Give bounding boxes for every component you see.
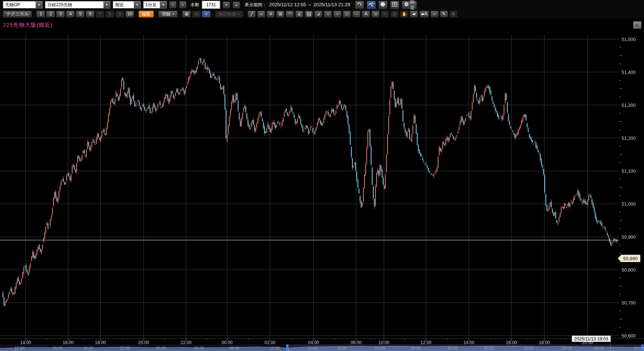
fib-fan-icon: ∠ xyxy=(297,12,301,16)
svg-text:50,600: 50,600 xyxy=(622,333,636,339)
navigator-time-label: 21:00 xyxy=(375,346,385,350)
instrument-select[interactable]: 日経225先物 ▼ xyxy=(45,1,110,8)
chart-slot-8-button[interactable]: 8 xyxy=(106,11,114,18)
open-window-button[interactable] xyxy=(390,1,399,9)
timeframe-value: 1分足 xyxy=(144,2,160,8)
adjusted-price-select[interactable]: 修正株価 ▼ xyxy=(215,11,243,18)
chart-slot-5-button[interactable]: 5 xyxy=(76,11,85,18)
next-button[interactable]: › xyxy=(179,1,186,8)
parallel-lines-icon: ≡ xyxy=(270,12,272,16)
zoom-in-icon: ⊕ xyxy=(184,11,189,16)
svg-text:00:00: 00:00 xyxy=(222,340,233,345)
navigator-time-label: 03:00 xyxy=(448,346,458,350)
print-button[interactable] xyxy=(378,1,388,9)
timeframe-select[interactable]: 1分足 ▼ xyxy=(143,1,167,8)
eraser-all-icon: ▰A xyxy=(421,12,427,16)
tool-settings-icon: ✱ xyxy=(451,12,455,16)
eraser-icon: ▰ xyxy=(412,12,416,16)
eraser-button[interactable]: ▰ xyxy=(410,11,418,18)
instrument-value: 日経225先物 xyxy=(45,2,103,8)
navigator-left-handle[interactable] xyxy=(286,344,288,351)
hand-move-button[interactable]: ✋ xyxy=(400,11,408,18)
navigator-time-label: 18:00 xyxy=(593,346,604,350)
period-label: 表示期間： xyxy=(245,2,267,8)
svg-text:18:00: 18:00 xyxy=(539,340,550,345)
navigator-time-label: 06:00 xyxy=(229,346,240,350)
technical-button[interactable]: テクニカル xyxy=(3,11,32,18)
chart-slot-10-button[interactable]: 10 xyxy=(125,11,134,18)
magnet-button[interactable]: ∩ xyxy=(430,11,438,18)
chart-slot-2-button[interactable]: 2 xyxy=(46,11,55,18)
settings-button[interactable]: 設定 xyxy=(402,1,417,9)
navigator-time-label: 18:00 xyxy=(337,346,347,350)
parallel-lines-button[interactable]: ≡ xyxy=(267,11,275,18)
magnet-icon: ∩ xyxy=(433,12,436,16)
fib-fan-button[interactable]: ∠ xyxy=(295,11,303,18)
bars-spin-up-button[interactable]: ▲ xyxy=(233,1,240,8)
popup-window-icon xyxy=(392,1,397,8)
eraser-all-button[interactable]: ▰A xyxy=(419,11,429,18)
chart-slot-6-button[interactable]: 6 xyxy=(86,11,95,18)
tool-settings-button[interactable]: ✱ xyxy=(449,11,458,18)
navigator-time-label: 18:00 xyxy=(83,346,93,350)
pentagon-button[interactable]: ⌂ xyxy=(324,11,332,18)
chevron-down-icon: ▼ xyxy=(172,13,174,15)
bars-spin-down-button[interactable]: ▼ xyxy=(223,1,230,8)
svg-text:18:00: 18:00 xyxy=(95,340,106,345)
fib-timezone-button[interactable]: ∥∥ xyxy=(305,11,313,18)
ruler-button[interactable]: ▱ xyxy=(257,11,265,18)
copy-drawing-button[interactable]: ⊞ xyxy=(391,11,399,18)
horizontal-line-button[interactable]: ─ xyxy=(352,11,360,18)
chart-slot-1-button[interactable]: 1 xyxy=(36,11,45,18)
collapse-axis-button[interactable]: ◄▏ xyxy=(633,21,641,29)
ellipse-button[interactable]: ○ xyxy=(333,11,341,18)
register-button[interactable]: 登録 ▼ xyxy=(158,11,178,18)
edit-button[interactable]: 編集 xyxy=(138,11,154,18)
chevron-down-icon: ▼ xyxy=(237,13,240,15)
adjusted-price-label: 修正株価 xyxy=(218,11,236,17)
time-rotation-button[interactable]: ↻ xyxy=(381,11,389,18)
svg-text:16:00: 16:00 xyxy=(506,340,517,345)
icon-stamp-button[interactable]: ☺ xyxy=(371,11,380,18)
svg-text:20:00: 20:00 xyxy=(138,340,149,345)
zoom-in-button[interactable]: ⊕ xyxy=(182,11,191,18)
navigator-time-label: 21:00 xyxy=(120,346,130,350)
lock-edit-button[interactable]: ✎ xyxy=(440,11,448,18)
zoom-out-button[interactable]: ⊖ xyxy=(192,11,201,18)
zoom-out-icon: ⊖ xyxy=(194,11,199,16)
bars-count-input[interactable] xyxy=(202,1,220,9)
instrument-type-select[interactable]: 先物OP ▼ xyxy=(3,1,42,8)
crosshair-button[interactable]: ＋ xyxy=(202,11,211,18)
contract-month-value: 期近 xyxy=(113,2,134,8)
navigator-time-label: 06:00 xyxy=(484,346,494,350)
draw-tool-buttons: ╱▱≡≣◠∠∥∥⊿⌂○□─A☺↻⊞✋▰▰A∩✎✱ xyxy=(248,11,457,18)
svg-text:16:00: 16:00 xyxy=(63,340,74,345)
fib-retracement-button[interactable]: ≣ xyxy=(276,11,284,18)
price-chart: 51,50051,40051,30051,20051,10051,00050,9… xyxy=(0,18,644,351)
text-button[interactable]: A xyxy=(362,11,370,18)
ruler-icon: ▱ xyxy=(260,12,263,16)
chart-slot-9-button[interactable]: 9 xyxy=(115,11,124,18)
crosshair-icon: ＋ xyxy=(204,11,209,17)
undo-button[interactable] xyxy=(355,1,364,9)
crosshair-mode-button[interactable] xyxy=(367,1,376,9)
contract-month-select[interactable]: 期近 ▼ xyxy=(113,1,141,8)
navigator-time-label: 03:00 xyxy=(194,346,204,350)
chart-slot-4-button[interactable]: 4 xyxy=(66,11,75,18)
chart-slot-3-button[interactable]: 3 xyxy=(56,11,65,18)
trendline-button[interactable]: ╱ xyxy=(248,11,256,18)
prev-button[interactable]: ‹ xyxy=(169,1,177,8)
navigator-time-label: 15:00 xyxy=(562,346,572,350)
chart-slot-7-button[interactable]: 7 xyxy=(96,11,104,18)
pentagon-icon: ⌂ xyxy=(327,12,329,16)
main-toolbar: 先物OP ▼ 日経225先物 ▼ 期近 ▼ 1分足 ▼ ‹ › 本数 ▼ ▲ 表… xyxy=(0,0,644,10)
fib-arc-button[interactable]: ◠ xyxy=(286,11,294,18)
chevron-down-icon: ▼ xyxy=(134,1,140,8)
svg-text:14:00: 14:00 xyxy=(20,340,31,345)
speed-line-button[interactable]: ⊿ xyxy=(314,11,322,18)
fib-retracement-icon: ≣ xyxy=(278,12,282,16)
rectangle-button[interactable]: □ xyxy=(343,11,351,18)
navigator-time-label: 00:00 xyxy=(411,346,421,350)
rectangle-icon: □ xyxy=(346,12,348,16)
svg-text:50,800: 50,800 xyxy=(622,268,636,273)
